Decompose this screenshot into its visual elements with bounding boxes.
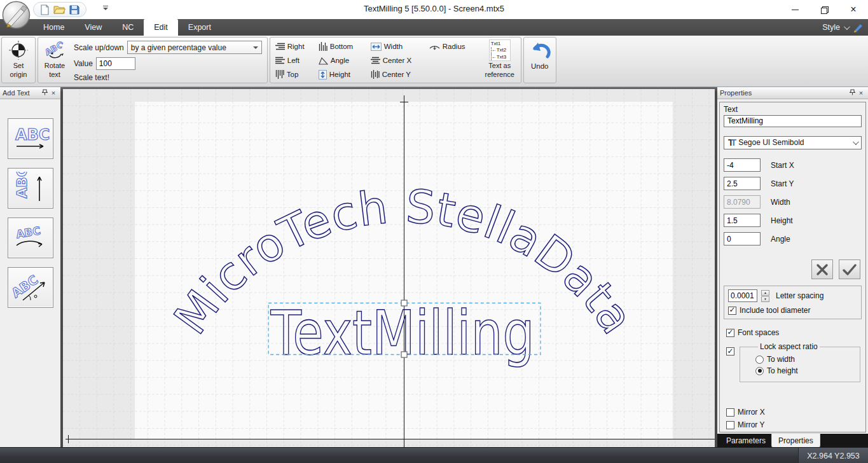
align-center-y-button[interactable]: Center Y xyxy=(369,67,428,81)
to-width-radio[interactable] xyxy=(755,356,764,364)
tab-export[interactable]: Export xyxy=(178,19,221,36)
tab-edit[interactable]: Edit xyxy=(144,19,178,36)
restore-button[interactable] xyxy=(809,0,839,19)
rotate-text-icon: AB C xyxy=(43,40,66,60)
height-label: Height xyxy=(771,216,793,225)
tab-nc[interactable]: NC xyxy=(112,19,144,36)
to-height-radio[interactable] xyxy=(755,367,764,375)
cancel-icon xyxy=(816,263,829,276)
scale-controls: Scale up/down by a given percentage valu… xyxy=(71,38,267,83)
text-as-reference-button[interactable]: Txt1 ←Txt2 ←Txt3 Text as reference xyxy=(479,38,521,83)
angled-text-icon: ABC xyxy=(11,271,50,304)
undo-icon xyxy=(529,41,551,60)
lock-aspect-ratio-checkbox[interactable] xyxy=(726,347,734,356)
start-y-label: Start Y xyxy=(771,179,794,188)
ribbon-group-scale: AB C Rotatetext Scale up/down by a given… xyxy=(38,37,268,83)
font-spaces-checkbox[interactable] xyxy=(726,329,734,337)
add-curved-text-button[interactable]: ABC xyxy=(8,218,53,258)
include-tool-diameter-checkbox[interactable] xyxy=(728,307,736,315)
ribbon-group-align: Right Bottom Width Radius xyxy=(270,37,521,83)
drawing-canvas[interactable]: MicroTech StellaData TextMilling xyxy=(63,89,715,447)
svg-text:ABC: ABC xyxy=(14,172,30,198)
ribbon-group-origin: Setorigin xyxy=(1,37,36,83)
align-top-button[interactable]: Top xyxy=(274,67,317,81)
add-angled-text-button[interactable]: ABC xyxy=(8,267,53,308)
align-left-button[interactable]: Left xyxy=(274,53,317,67)
apply-button[interactable] xyxy=(839,259,860,279)
center-y-icon xyxy=(371,70,380,79)
align-right-button[interactable]: Right xyxy=(274,39,317,53)
properties-panel-title: Properties xyxy=(720,89,848,97)
angle-label: Angle xyxy=(771,235,790,244)
align-height-button[interactable]: Height xyxy=(317,67,369,81)
width-label: Width xyxy=(771,198,790,207)
letter-spacing-input[interactable] xyxy=(728,289,757,302)
rotate-text-button[interactable]: AB C Rotatetext xyxy=(38,38,71,83)
chevron-down-icon[interactable] xyxy=(844,24,850,30)
align-left-icon xyxy=(275,57,285,65)
selected-text-object[interactable]: TextMilling xyxy=(270,298,535,369)
minimize-button[interactable] xyxy=(780,0,809,19)
add-text-panel: Add Text × ABC ABC ABC xyxy=(0,87,60,447)
pin-icon[interactable] xyxy=(848,89,857,97)
selection-handle-top[interactable] xyxy=(401,300,407,306)
font-select[interactable]: TT Segoe UI Semibold xyxy=(724,136,862,149)
scale-text-button[interactable]: Scale text! xyxy=(74,73,109,82)
panel-tab-bar: Parameters Properties xyxy=(717,434,868,447)
text-field-label: Text xyxy=(724,105,862,114)
selection-handle-bottom[interactable] xyxy=(401,352,407,357)
scale-mode-dropdown[interactable]: by a given percentage value xyxy=(127,41,262,54)
svg-text:ABC: ABC xyxy=(15,224,41,240)
align-radius-button[interactable]: Radius xyxy=(428,39,478,53)
grid-overlay xyxy=(63,89,715,447)
lock-aspect-ratio-label: Lock aspect ratio xyxy=(758,342,820,351)
align-angle-button[interactable]: Angle xyxy=(317,53,369,67)
start-y-input[interactable] xyxy=(724,177,761,190)
curved-text-icon: ABC xyxy=(11,221,50,254)
set-origin-button[interactable]: Setorigin xyxy=(2,38,35,83)
restore-icon xyxy=(821,6,827,13)
align-top-icon xyxy=(275,70,284,79)
spin-down-button[interactable]: ▼ xyxy=(761,296,769,302)
tab-home[interactable]: Home xyxy=(33,19,74,36)
vertical-text-icon: ABC xyxy=(11,172,50,205)
tab-parameters[interactable]: Parameters xyxy=(720,434,772,447)
cursor-coordinates: X2.964 Y2.953 xyxy=(798,448,868,463)
text-value-input[interactable] xyxy=(724,115,862,127)
mirror-x-checkbox[interactable] xyxy=(726,408,734,417)
close-panel-icon[interactable]: × xyxy=(49,89,58,97)
mirror-y-checkbox[interactable] xyxy=(726,421,734,429)
style-pencil-icon[interactable] xyxy=(852,23,863,32)
cancel-button[interactable] xyxy=(811,259,833,279)
add-vertical-text-button[interactable]: ABC xyxy=(8,168,53,209)
align-width-button[interactable]: Width xyxy=(369,39,428,53)
height-input[interactable] xyxy=(724,214,761,227)
ribbon: Setorigin AB C Rotatetext Scale up/down … xyxy=(0,36,868,87)
width-icon xyxy=(371,43,382,51)
tab-view[interactable]: View xyxy=(74,19,112,36)
scale-value-input[interactable] xyxy=(96,57,135,70)
add-horizontal-text-button[interactable]: ABC xyxy=(8,118,53,159)
add-text-panel-title: Add Text xyxy=(3,89,40,97)
angle-icon xyxy=(319,57,328,65)
start-x-input[interactable] xyxy=(724,158,761,172)
window-title: TextMilling 5 [5.50.0.0] - Screen4.mtx5 xyxy=(0,4,868,13)
pin-icon[interactable] xyxy=(40,89,49,97)
tab-properties[interactable]: Properties xyxy=(772,434,820,447)
properties-panel: Properties × Text TT Segoe UI Semibold S… xyxy=(717,87,868,447)
spin-up-button[interactable]: ▲ xyxy=(761,290,769,296)
app-logo-icon[interactable] xyxy=(2,1,31,29)
svg-text:ABC: ABC xyxy=(15,126,50,144)
angle-input[interactable] xyxy=(724,232,761,245)
set-origin-icon xyxy=(8,40,29,60)
close-button[interactable]: × xyxy=(839,0,868,19)
align-center-x-button[interactable]: Center X xyxy=(369,53,428,67)
radius-icon xyxy=(429,43,440,51)
style-menu[interactable]: Style xyxy=(822,23,840,32)
align-bottom-button[interactable]: Bottom xyxy=(317,39,369,53)
ribbon-group-undo: Undo xyxy=(523,37,556,83)
close-panel-icon[interactable]: × xyxy=(857,89,865,97)
status-bar: X2.964 Y2.953 xyxy=(0,447,868,463)
undo-button[interactable]: Undo xyxy=(524,38,556,83)
mirror-x-label: Mirror X xyxy=(738,408,765,417)
